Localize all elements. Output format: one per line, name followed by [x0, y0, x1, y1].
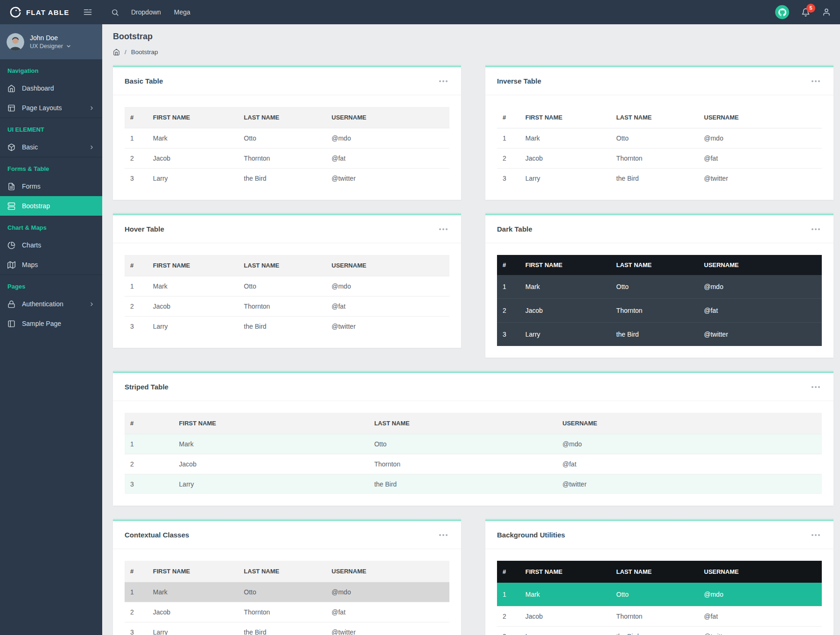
sidebar-item-basic[interactable]: Basic [0, 137, 102, 157]
card-options-button[interactable] [810, 532, 822, 538]
column-header: # [497, 107, 520, 128]
server-icon [7, 202, 15, 210]
table-cell: 3 [125, 622, 147, 635]
menu-icon [83, 7, 92, 17]
lock-icon [7, 300, 15, 308]
sidebar-layout-icon [7, 320, 15, 328]
table-cell: Jacob [147, 148, 238, 169]
table-header-row: #FIRST NAMELAST NAMEUSERNAME [125, 255, 449, 276]
table-cell: 2 [497, 607, 520, 627]
sidebar-item-maps[interactable]: Maps [0, 255, 102, 275]
table-row: 1MarkOtto@mdo [497, 128, 822, 148]
card-title: Striped Table [125, 383, 168, 391]
sidebar-item-forms[interactable]: Forms [0, 176, 102, 196]
table-cell: Otto [369, 434, 557, 454]
notifications-button[interactable]: 5 [801, 8, 810, 17]
table-cell: @twitter [326, 622, 450, 635]
table-row: 2JacobThornton@fat [497, 148, 822, 169]
column-header: LAST NAME [611, 255, 699, 275]
table-cell: @mdo [699, 128, 822, 148]
table-cell: @fat [326, 296, 450, 317]
table-cell: 2 [497, 148, 520, 169]
nav-item-dropdown[interactable]: Dropdown [131, 8, 161, 16]
table-header-row: #FIRST NAMELAST NAMEUSERNAME [497, 561, 822, 583]
nav-item-mega[interactable]: Mega [174, 8, 190, 16]
table-cell: @fat [699, 607, 822, 627]
github-button[interactable] [775, 5, 789, 19]
main-content: Bootstrap / Bootstrap Basic Table #FIRST… [102, 0, 840, 635]
table-cell: Mark [147, 582, 238, 602]
table-cell: Thornton [238, 148, 326, 169]
card-striped-table: Striped Table #FIRST NAMELAST NAMEUSERNA… [113, 371, 833, 506]
github-icon [778, 8, 786, 16]
page-title: Bootstrap [113, 32, 833, 42]
table-cell: 1 [125, 434, 174, 454]
search-button[interactable] [111, 8, 119, 16]
search-icon [111, 8, 119, 16]
table-cell: 3 [497, 323, 520, 346]
column-header: LAST NAME [238, 255, 326, 276]
card-options-button[interactable] [810, 78, 822, 84]
table-cell: Jacob [520, 299, 611, 323]
table-row: 2JacobThornton@fat [125, 296, 449, 317]
brand[interactable]: FLAT ABLE [0, 6, 77, 18]
table-cell: Mark [174, 434, 369, 454]
table-cell: Thornton [611, 148, 699, 169]
card-options-button[interactable] [810, 226, 822, 232]
logo-icon [9, 6, 21, 18]
table-cell: @twitter [326, 317, 450, 337]
table-cell: 2 [125, 148, 147, 169]
sidebar-item-dashboard[interactable]: Dashboard [0, 78, 102, 98]
table-cell: 3 [125, 169, 147, 189]
navbar-menu: Dropdown Mega [131, 8, 190, 16]
table-row: 3Larrythe Bird@twitter [125, 317, 449, 337]
inverse-table: #FIRST NAMELAST NAMEUSERNAME1MarkOtto@md… [497, 107, 822, 188]
breadcrumb-current[interactable]: Bootstrap [131, 49, 158, 56]
table-cell: @mdo [326, 128, 450, 148]
column-header: FIRST NAME [147, 255, 238, 276]
table-cell: the Bird [611, 627, 699, 635]
sidebar-item-charts[interactable]: Charts [0, 235, 102, 255]
column-header: LAST NAME [611, 561, 699, 583]
contextual-classes-table: #FIRST NAMELAST NAMEUSERNAME1MarkOtto@md… [125, 561, 449, 635]
table-cell: Larry [520, 323, 611, 346]
card-options-button[interactable] [437, 532, 449, 538]
table-cell: Jacob [147, 602, 238, 622]
table-cell: Jacob [174, 454, 369, 474]
sidebar-toggle-button[interactable] [83, 7, 92, 17]
table-cell: Larry [520, 169, 611, 189]
home-icon[interactable] [113, 49, 120, 56]
table-cell: 1 [497, 128, 520, 148]
sidebar-item-authentication[interactable]: Authentication [0, 294, 102, 314]
user-name: John Doe [30, 34, 71, 42]
user-menu-button[interactable] [822, 8, 831, 16]
table-cell: @mdo [326, 582, 450, 602]
table-header-row: #FIRST NAMELAST NAMEUSERNAME [497, 255, 822, 275]
table-cell: Mark [147, 276, 238, 296]
basic-table: #FIRST NAMELAST NAMEUSERNAME1MarkOtto@md… [125, 107, 449, 188]
column-header: # [497, 255, 520, 275]
table-cell: @mdo [699, 275, 822, 299]
sidebar-item-page-layouts[interactable]: Page Layouts [0, 98, 102, 118]
column-header: FIRST NAME [520, 561, 611, 583]
card-options-button[interactable] [810, 384, 822, 390]
table-cell: 3 [497, 627, 520, 635]
file-text-icon [7, 183, 15, 190]
pie-chart-icon [7, 241, 15, 249]
user-profile[interactable]: John Doe UX Designer [0, 24, 102, 59]
card-options-button[interactable] [437, 226, 449, 232]
table-cell: 2 [125, 296, 147, 317]
sidebar-item-label: Basic [22, 143, 38, 151]
table-row: 1MarkOtto@mdo [125, 582, 449, 602]
home-icon [7, 85, 15, 92]
sidebar-item-label: Page Layouts [22, 104, 62, 112]
table-row: 2JacobThornton@fat [125, 148, 449, 169]
sidebar-item-sample-page[interactable]: Sample Page [0, 314, 102, 333]
table-header-row: #FIRST NAMELAST NAMEUSERNAME [497, 107, 822, 128]
column-header: USERNAME [326, 107, 450, 128]
card-dark-table: Dark Table #FIRST NAMELAST NAMEUSERNAME1… [485, 213, 833, 358]
table-row: 1MarkOtto@mdo [497, 583, 822, 607]
card-options-button[interactable] [437, 78, 449, 84]
table-cell: Larry [174, 474, 369, 494]
sidebar-item-bootstrap[interactable]: Bootstrap [0, 196, 102, 216]
